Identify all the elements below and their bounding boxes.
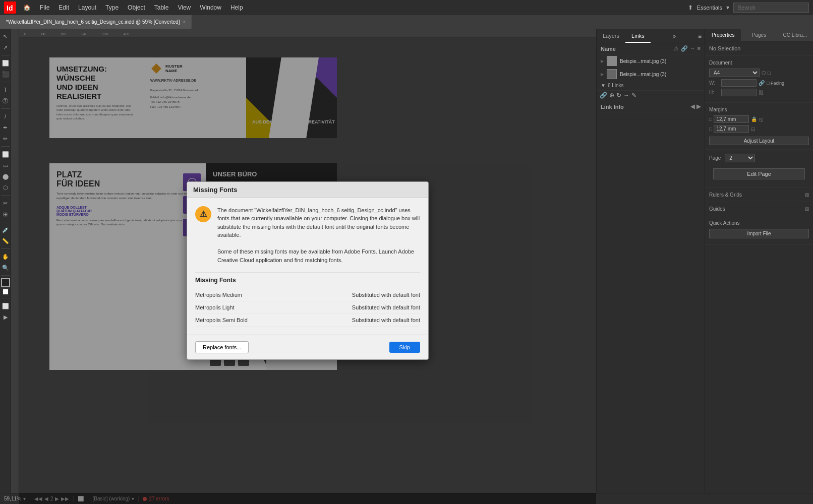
tab-links[interactable]: Links (625, 29, 651, 43)
adjust-layout-btn[interactable]: Adjust Layout (709, 137, 809, 145)
link-row-2[interactable]: ▶ Beispie...rmat.jpg (3) (597, 68, 705, 81)
page-tool[interactable]: ⬜ (1, 58, 11, 68)
pencil-tool[interactable]: ✏ (1, 134, 11, 144)
skip-button[interactable]: Skip (389, 342, 420, 353)
menu-view[interactable]: View (173, 2, 195, 13)
height-row: H: 210 mm ⛓ (709, 89, 809, 96)
link-thumb-2 (607, 69, 617, 79)
polygon-tool[interactable]: ⬡ (1, 182, 11, 193)
font-status-3: Substituted with default font (352, 317, 420, 323)
rulers-grids-icon[interactable]: ⊞ (805, 192, 809, 198)
eyedropper-tool[interactable]: 💉 (1, 225, 11, 235)
relink-btn[interactable]: 🔗 (600, 92, 607, 99)
preset-select[interactable]: A4 (709, 69, 760, 77)
menu-window[interactable]: Window (196, 2, 225, 13)
dialog-body: ⚠ The document "WickelfalzflYer_DIN_lang… (187, 198, 428, 335)
margin-row-1: □ 🔒 ◱ (709, 115, 809, 123)
tab-layers[interactable]: Layers (597, 29, 625, 43)
tab-pages[interactable]: Pages (741, 29, 777, 41)
measure-tool[interactable]: 📏 (1, 236, 11, 246)
no-selection-label: No Selection (705, 41, 813, 56)
margin-lock-icon: 🔒 (751, 116, 757, 122)
ellipse-tool[interactable]: ⬤ (1, 171, 11, 181)
replace-fonts-button[interactable]: Replace fonts... (195, 341, 249, 353)
width-input[interactable]: 297 mm (721, 79, 757, 87)
update-link-btn[interactable]: ↻ (616, 92, 621, 99)
page-select[interactable]: 2 (725, 154, 755, 162)
menu-help[interactable]: Help (226, 2, 247, 13)
link-go-icon[interactable]: → (690, 45, 695, 52)
link-row-1[interactable]: ▶ Beispie...rmat.jpg (3) (597, 54, 705, 68)
search-input[interactable] (733, 3, 809, 13)
toolbar-separator-1 (1, 55, 10, 55)
facing-check: □ Facing (767, 81, 784, 86)
go-to-link-btn[interactable]: → (623, 92, 629, 99)
direct-select-tool[interactable]: ↗ (1, 42, 11, 52)
edit-page-btn[interactable]: Edit Page (713, 168, 805, 179)
link-info-next[interactable]: ▶ (696, 103, 701, 110)
type-tool[interactable]: T (1, 85, 11, 95)
canvas-area[interactable]: UMSETZUNG: WÜNSCHE UND IDEEN REALISIERT … (19, 37, 596, 504)
menu-table[interactable]: Table (150, 2, 173, 13)
chevron-down-icon[interactable]: ▾ (726, 4, 729, 11)
margin-input-2[interactable] (714, 125, 749, 133)
guides-icon[interactable]: ⊞ (805, 206, 809, 212)
warning-icon: ⚠ (195, 206, 211, 222)
link-menu-icon[interactable]: ≡ (698, 45, 701, 52)
document-section-title: Document (709, 60, 809, 66)
gap-tool[interactable]: ⬛ (1, 69, 11, 79)
toolbar-separator-4 (1, 146, 10, 147)
edit-original-btn[interactable]: ✎ (631, 92, 636, 99)
link-relink-icon[interactable]: 🔗 (681, 45, 688, 52)
view-mode-normal[interactable]: ⬜ (1, 301, 11, 311)
import-file-btn[interactable]: Import File (709, 229, 809, 238)
menu-type[interactable]: Type (101, 2, 123, 13)
links-count: ▼ 6 Links (597, 81, 705, 91)
menu-home[interactable]: 🏠 (19, 2, 35, 13)
link-expand-1: ▶ (601, 59, 604, 64)
menu-layout[interactable]: Layout (74, 2, 100, 13)
link-info-prev[interactable]: ◀ (690, 103, 694, 110)
margin-input-1[interactable] (714, 115, 749, 123)
rect-frame-tool[interactable]: ⬜ (1, 149, 11, 159)
type-path-tool[interactable]: Ⓣ (1, 96, 11, 106)
view-mode-preview[interactable]: ▶ (1, 312, 11, 322)
dialog-title-bar: Missing Fonts (187, 182, 428, 198)
guides-section: Guides ⊞ (705, 202, 813, 216)
tab-properties[interactable]: Properties (705, 29, 741, 41)
menu-file[interactable]: File (36, 2, 53, 13)
share-icon[interactable]: ⬆ (688, 4, 693, 11)
zoom-tool[interactable]: 🔍 (1, 263, 11, 273)
hand-tool[interactable]: ✋ (1, 251, 11, 262)
document-tab[interactable]: *WickelfalzflYer_DIN_lang_hoch_6 seitig_… (0, 15, 192, 29)
height-input[interactable]: 210 mm (721, 89, 757, 96)
font-list: Metropolis Medium Substituted with defau… (195, 289, 420, 327)
pen-tool[interactable]: ✒ (1, 122, 11, 133)
expand-links-icon[interactable]: ▼ (601, 83, 606, 88)
dialog-warning: ⚠ The document "WickelfalzflYer_DIN_lang… (195, 206, 420, 265)
menu-object[interactable]: Object (124, 2, 149, 13)
fill-color[interactable] (1, 278, 10, 287)
tab-cc-libraries[interactable]: CC Libra... (777, 29, 813, 41)
rect-tool[interactable]: ▭ (1, 160, 11, 170)
line-tool[interactable]: / (1, 111, 11, 121)
selection-tool[interactable]: ↖ (1, 31, 11, 41)
tab-close-btn[interactable]: × (183, 19, 186, 25)
font-row-1: Metropolis Medium Substituted with defau… (195, 289, 420, 301)
links-header-icons: ⚠ 🔗 → ≡ (674, 45, 701, 52)
scissors-tool[interactable]: ✂ (1, 198, 11, 208)
rulers-grids-row: Rulers & Grids ⊞ (709, 192, 809, 198)
rulers-grids-section: Rulers & Grids ⊞ (705, 188, 813, 202)
font-name-2: Metropolis Light (195, 304, 352, 310)
relink-all-btn[interactable]: ⊕ (609, 92, 614, 99)
link-rows: ▶ Beispie...rmat.jpg (3) ▶ Beispie...rma… (597, 54, 705, 81)
menu-edit[interactable]: Edit (54, 2, 73, 13)
missing-fonts-section-title: Missing Fonts (195, 272, 420, 284)
essentials-dropdown[interactable]: Essentials (697, 5, 722, 11)
link-warning-icon: ⚠ (674, 45, 679, 52)
free-transform-tool[interactable]: ⊞ (1, 209, 11, 219)
stroke-color[interactable] (2, 288, 9, 295)
font-row-2: Metropolis Light Substituted with defaul… (195, 301, 420, 314)
panel-options-icon[interactable]: ≡ (698, 33, 702, 40)
panel-expand-icon[interactable]: » (671, 31, 678, 42)
